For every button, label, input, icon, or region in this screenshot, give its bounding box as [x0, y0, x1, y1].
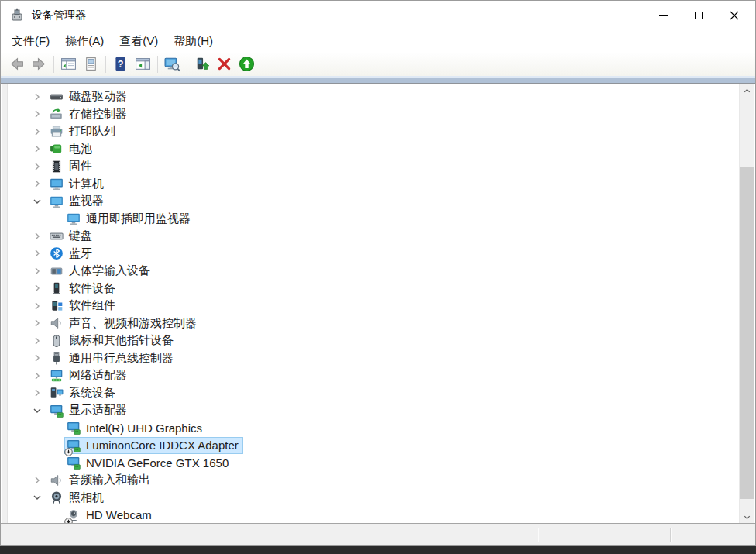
tree-item-usb-controllers[interactable]: 通用串行总线控制器	[8, 349, 739, 367]
properties-button[interactable]	[80, 53, 102, 74]
menu-item-view[interactable]: 查看(V)	[112, 31, 166, 52]
minimize-button[interactable]	[645, 1, 681, 30]
tree-item-label: 监视器	[69, 194, 104, 208]
menu-item-help[interactable]: 帮助(H)	[166, 31, 221, 52]
chevron-right-icon[interactable]	[31, 352, 43, 364]
tree-item-batteries[interactable]: 电池	[8, 140, 739, 158]
tree-item-label: 软件设备	[69, 281, 115, 296]
tree-item-system-devices[interactable]: 系统设备	[8, 384, 739, 402]
help-button[interactable]: ?	[109, 53, 132, 74]
chevron-right-icon[interactable]	[31, 265, 43, 277]
tree-item-computer[interactable]: 计算机	[8, 175, 739, 193]
tree-item-label: 声音、视频和游戏控制器	[69, 316, 197, 331]
show-action-pane-button[interactable]	[132, 53, 154, 74]
tree-item-label: 固件	[69, 159, 92, 174]
chevron-right-icon[interactable]	[31, 126, 43, 138]
chevron-right-icon[interactable]	[31, 387, 43, 399]
firmware-icon	[50, 160, 64, 174]
camera-icon	[50, 490, 64, 504]
tree-item-firmware[interactable]: 固件	[8, 157, 739, 175]
chevron-right-icon[interactable]	[31, 300, 43, 312]
chevron-right-icon[interactable]	[31, 91, 43, 103]
tree-item-software-components[interactable]: 软件组件	[8, 297, 739, 315]
show-console-tree-button[interactable]	[57, 53, 80, 74]
tree-item-label: 人体学输入设备	[69, 263, 150, 278]
tree-item-generic-pnp-monitor[interactable]: 通用即插即用监视器	[8, 210, 739, 228]
tree-item-label: NVIDIA GeForce GTX 1650	[86, 456, 229, 470]
update-driver-button[interactable]	[191, 53, 213, 74]
tree-item-mice-pointing-devices[interactable]: 鼠标和其他指针设备	[8, 332, 739, 349]
scroll-down-button[interactable]	[740, 511, 754, 524]
tree-item-label: HD Webcam	[86, 508, 152, 521]
menu-item-file[interactable]: 文件(F)	[4, 31, 57, 52]
display-adapter-icon	[67, 439, 81, 452]
tree-item-label: 鼠标和其他指针设备	[69, 333, 174, 348]
chevron-right-icon[interactable]	[31, 108, 43, 120]
chevron-right-icon[interactable]	[31, 474, 43, 487]
tree-item-display-adapters[interactable]: 显示适配器	[8, 401, 739, 419]
minimize-icon	[659, 15, 668, 16]
title-bar: 设备管理器	[1, 1, 755, 30]
tree-item-bluetooth[interactable]: 蓝牙	[8, 245, 739, 263]
chevron-down-icon[interactable]	[31, 491, 43, 504]
device-manager-icon	[9, 8, 25, 23]
enable-device-icon	[239, 56, 255, 72]
tree-item-sound-video-game-controllers[interactable]: 声音、视频和游戏控制器	[8, 315, 739, 332]
tree-item-audio-inputs-outputs[interactable]: 音频输入和输出	[8, 471, 739, 489]
close-button[interactable]	[716, 1, 752, 30]
disabled-badge-icon	[64, 515, 73, 524]
chevron-right-icon[interactable]	[31, 230, 43, 243]
svg-text:?: ?	[118, 59, 124, 70]
chevron-right-icon[interactable]	[31, 160, 43, 173]
tree-item-label: 电池	[69, 142, 92, 157]
chevron-down-icon[interactable]	[31, 195, 43, 208]
tree-item-human-interface-devices[interactable]: 人体学输入设备	[8, 262, 739, 280]
vertical-scrollbar[interactable]	[739, 84, 754, 524]
chevron-right-icon[interactable]	[31, 177, 43, 190]
tree-item-label: 软件组件	[69, 298, 115, 313]
tree-item-label: Intel(R) UHD Graphics	[86, 422, 202, 435]
device-manager-window: 设备管理器 文件(F)操作(A)查看(V)帮助(H) ? 磁盘驱动器存储控制器打…	[0, 0, 756, 546]
hid-icon	[50, 264, 64, 278]
mouse-icon	[50, 334, 64, 348]
menu-item-action[interactable]: 操作(A)	[57, 31, 112, 52]
tree-item-label: 通用串行总线控制器	[69, 351, 174, 366]
tree-item-network-adapters[interactable]: 网络适配器	[8, 366, 739, 384]
tree-item-nvidia-geforce-gtx-1650[interactable]: NVIDIA GeForce GTX 1650	[8, 454, 739, 472]
tree-item-monitors[interactable]: 监视器	[8, 192, 739, 210]
maximize-button[interactable]	[681, 1, 716, 30]
toolbar-separator	[105, 56, 106, 73]
tree-item-disk-drives[interactable]: 磁盘驱动器	[8, 88, 739, 105]
tree-item-print-queues[interactable]: 打印队列	[8, 122, 739, 140]
chevron-right-icon[interactable]	[31, 282, 43, 294]
chevron-down-icon[interactable]	[31, 404, 43, 417]
scrollbar-thumb[interactable]	[740, 167, 754, 500]
statusbar-pane-separator	[538, 528, 538, 542]
speaker-icon	[50, 316, 64, 330]
tree-item-storage-controllers[interactable]: 存储控制器	[8, 105, 739, 123]
disabled-badge-icon	[64, 446, 73, 454]
tree-item-software-devices[interactable]: 软件设备	[8, 280, 739, 298]
chevron-right-icon[interactable]	[31, 335, 43, 347]
chevron-right-icon[interactable]	[31, 370, 43, 382]
left-gutter	[2, 84, 8, 524]
tree-item-keyboards[interactable]: 键盘	[8, 227, 739, 245]
tree-item-intel-uhd-graphics[interactable]: Intel(R) UHD Graphics	[8, 419, 739, 437]
chevron-right-icon[interactable]	[31, 247, 43, 260]
webcam-icon	[67, 508, 81, 522]
chevron-right-icon[interactable]	[31, 143, 43, 155]
enable-device-button[interactable]	[235, 53, 258, 74]
tree-item-label: 显示适配器	[69, 403, 127, 418]
scroll-up-button[interactable]	[740, 84, 754, 98]
uninstall-device-button[interactable]	[213, 53, 235, 74]
tree-item-hd-webcam[interactable]: HD Webcam	[8, 506, 739, 524]
display-adapter-icon	[67, 421, 81, 435]
properties-icon	[83, 56, 99, 72]
tree-item-luminoncore-iddcx-adapter[interactable]: LuminonCore IDDCX Adapter	[8, 436, 739, 454]
forward-button[interactable]	[28, 53, 50, 74]
back-button[interactable]	[5, 53, 28, 74]
taskbar-strip	[0, 546, 756, 554]
scan-hardware-changes-button[interactable]	[161, 53, 184, 74]
chevron-right-icon[interactable]	[31, 317, 43, 329]
tree-item-cameras[interactable]: 照相机	[8, 489, 739, 507]
